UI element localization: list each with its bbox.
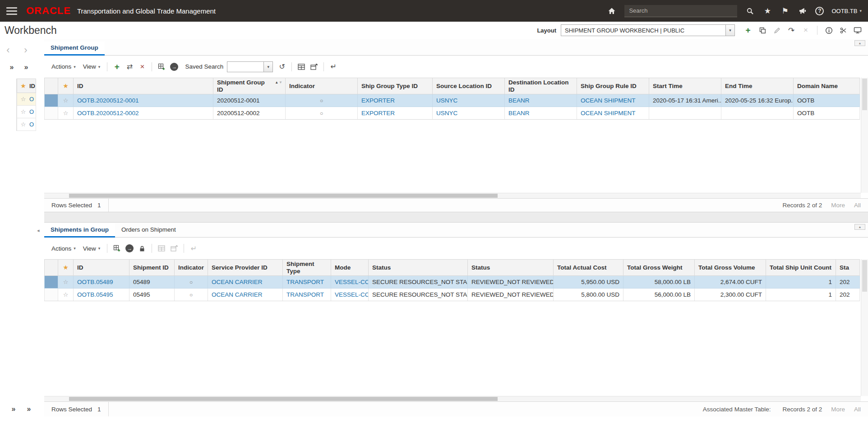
favorite-star-column-header[interactable]: ★ xyxy=(58,78,74,94)
favorite-star-icon[interactable]: ☆ xyxy=(58,276,74,289)
chevron-down-icon[interactable]: ▾ xyxy=(263,62,272,72)
column-header-start-time[interactable]: Start Time xyxy=(649,78,721,94)
collapse-panel-button[interactable]: ▲ xyxy=(854,224,865,230)
announcements-icon[interactable] xyxy=(798,6,808,16)
link-mode[interactable]: VESSEL-CO xyxy=(335,279,369,285)
vertical-scrollbar[interactable] xyxy=(861,78,868,193)
tab-orders-on-shipment[interactable]: Orders on Shipment xyxy=(115,224,182,238)
grid-add-icon[interactable] xyxy=(155,61,168,73)
view-menu[interactable]: View ▾ xyxy=(79,243,104,254)
column-header-status[interactable]: Status xyxy=(468,260,554,276)
tab-scroll-left-icon[interactable]: ◂ xyxy=(37,228,40,233)
copy-layout-button[interactable] xyxy=(757,24,768,36)
link-id[interactable]: O xyxy=(29,108,34,115)
favorite-star-icon[interactable]: ☆ xyxy=(17,96,29,103)
info-icon[interactable] xyxy=(823,24,835,36)
column-header-shipment-type[interactable]: Shipment Type xyxy=(283,260,331,276)
collapse-panel-button[interactable]: ▲ xyxy=(854,40,865,46)
table-row[interactable]: ☆OOTB.0549505495○OCEAN CARRIERTRANSPORTV… xyxy=(45,289,860,301)
layout-select[interactable]: SHIPMENT GROUP WORKBENCH | PUBLIC ▾ xyxy=(561,24,735,36)
global-search-input[interactable] xyxy=(624,5,737,17)
user-menu[interactable]: OOTB.TB ▾ xyxy=(831,8,862,14)
row-selector[interactable] xyxy=(45,94,58,107)
expand-panel-button[interactable]: » xyxy=(23,404,34,415)
scrollbar-thumb[interactable] xyxy=(69,194,498,198)
list-item[interactable]: ☆O xyxy=(17,118,36,131)
table-view-icon[interactable] xyxy=(155,242,168,254)
link-destination_location_id[interactable]: BEANR xyxy=(508,97,530,104)
enter-query-icon[interactable]: ↵ xyxy=(187,242,200,254)
nav-forward-button[interactable]: › xyxy=(20,44,32,56)
scrollbar-thumb[interactable] xyxy=(69,397,498,401)
list-item[interactable]: ☆O xyxy=(17,93,36,106)
table-row[interactable]: ☆OOTB.0548905489○OCEAN CARRIERTRANSPORTV… xyxy=(45,276,860,289)
redo-button[interactable]: ↷ xyxy=(785,24,797,36)
column-header-indicator[interactable]: Indicator xyxy=(175,260,208,276)
edit-layout-button[interactable] xyxy=(771,24,783,36)
hamburger-menu-icon[interactable] xyxy=(6,7,17,15)
link-source_location_id[interactable]: USNYC xyxy=(436,97,457,104)
lock-icon[interactable] xyxy=(136,242,148,254)
nav-back-button[interactable]: ‹ xyxy=(2,44,14,56)
compare-icon[interactable]: ⇄ xyxy=(123,61,136,73)
link-id[interactable]: O xyxy=(29,96,34,103)
home-icon[interactable] xyxy=(607,6,617,16)
expand-panel-button[interactable]: » xyxy=(6,62,17,73)
all-link[interactable]: All xyxy=(854,406,861,413)
column-header-total-actual-cost[interactable]: Total Actual Cost xyxy=(554,260,623,276)
column-header-status[interactable]: Status xyxy=(369,260,468,276)
expand-panel-button[interactable]: » xyxy=(21,62,32,73)
column-header-destination-location-id[interactable]: Destination Location ID xyxy=(505,78,577,94)
favorite-star-icon[interactable]: ☆ xyxy=(17,108,29,115)
column-header-total-gross-volume[interactable]: Total Gross Volume xyxy=(695,260,766,276)
more-link[interactable]: More xyxy=(831,202,845,209)
column-header-id[interactable]: ID xyxy=(74,260,129,276)
row-selector[interactable] xyxy=(45,289,58,301)
tab-shipment-group[interactable]: Shipment Group xyxy=(44,42,105,56)
column-header-end-time[interactable]: End Time xyxy=(721,78,794,94)
column-header-ship-group-type-id[interactable]: Ship Group Type ID xyxy=(358,78,433,94)
add-layout-button[interactable]: + xyxy=(742,24,754,36)
flag-icon[interactable]: ⚑ xyxy=(780,6,790,16)
link-id[interactable]: OOTB.20200512-0001 xyxy=(77,97,139,104)
table-row[interactable]: ☆OOTB.20200512-000120200512-0001○EXPORTE… xyxy=(45,94,860,107)
sort-indicator[interactable]: ▲▼ xyxy=(275,80,283,84)
expand-panel-button[interactable]: » xyxy=(8,404,19,415)
grid-add-icon[interactable] xyxy=(111,242,123,254)
column-header-mode[interactable]: Mode xyxy=(331,260,369,276)
view-menu[interactable]: View ▾ xyxy=(79,61,104,72)
link-id[interactable]: OOTB.05495 xyxy=(77,291,113,298)
vertical-scrollbar[interactable] xyxy=(861,259,868,396)
column-header-sta[interactable]: Sta xyxy=(836,260,860,276)
select-all-gutter[interactable] xyxy=(45,78,58,94)
column-header-ship-group-rule-id[interactable]: Ship Group Rule ID xyxy=(577,78,649,94)
delete-layout-button[interactable]: × xyxy=(800,24,812,36)
favorite-star-column-header[interactable]: ★ xyxy=(58,260,74,276)
link-ship_group_type_id[interactable]: EXPORTER xyxy=(361,110,395,116)
row-selector[interactable] xyxy=(45,107,58,120)
help-icon[interactable]: ? xyxy=(815,7,824,15)
column-header-id[interactable]: ID xyxy=(74,78,213,94)
list-item[interactable]: ☆O xyxy=(17,106,36,118)
link-ship_group_rule_id[interactable]: OCEAN SHIPMENT xyxy=(581,97,636,104)
column-header-indicator[interactable]: Indicator xyxy=(286,78,358,94)
monitor-icon[interactable] xyxy=(852,24,863,36)
scrollbar-thumb[interactable] xyxy=(862,260,867,292)
go-button[interactable]: → xyxy=(123,242,136,254)
link-service_provider_id[interactable]: OCEAN CARRIER xyxy=(212,291,263,298)
link-mode[interactable]: VESSEL-CO xyxy=(335,291,369,298)
tab-shipments-in-group[interactable]: Shipments in Group xyxy=(44,224,115,238)
link-ship_group_type_id[interactable]: EXPORTER xyxy=(361,97,395,104)
table-view-icon[interactable] xyxy=(295,61,308,73)
link-id[interactable]: OOTB.20200512-0002 xyxy=(77,110,139,116)
link-source_location_id[interactable]: USNYC xyxy=(436,110,457,116)
link-shipment_type[interactable]: TRANSPORT xyxy=(286,279,324,285)
column-header-domain-name[interactable]: Domain Name xyxy=(794,78,860,94)
scissors-icon[interactable] xyxy=(837,24,849,36)
link-destination_location_id[interactable]: BEANR xyxy=(508,110,530,116)
row-selector[interactable] xyxy=(45,276,58,289)
actions-menu[interactable]: Actions ▾ xyxy=(48,243,79,254)
saved-search-select[interactable]: ▾ xyxy=(227,61,273,72)
actions-menu[interactable]: Actions ▾ xyxy=(48,61,79,72)
enter-query-icon[interactable]: ↵ xyxy=(327,61,340,73)
